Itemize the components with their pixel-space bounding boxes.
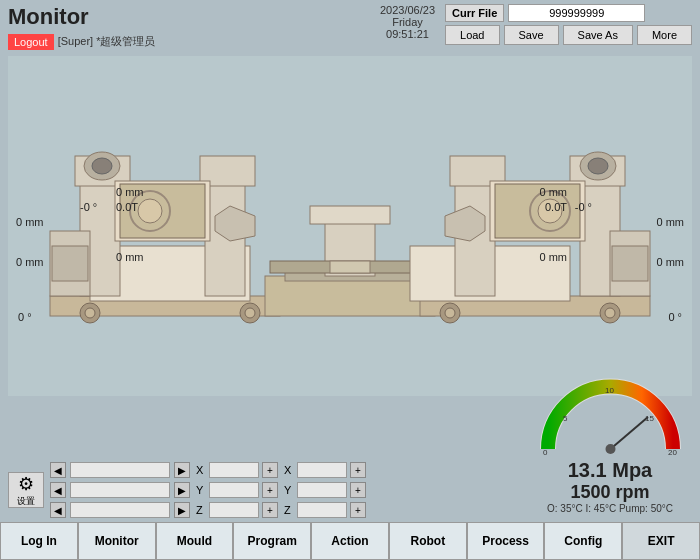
slider-row-1: ◀ ▶ bbox=[50, 462, 190, 478]
slider1-right-btn[interactable]: ▶ bbox=[174, 462, 190, 478]
xyz-controls-2: X + Y + Z + bbox=[284, 462, 366, 518]
machine-visualization: 0 mm -0 ° 0 mm 0.0T 0 mm 0 mm 0 ° 0 mm -… bbox=[8, 56, 692, 396]
curr-file-row: Curr File 999999999 bbox=[445, 4, 692, 22]
top-right-angle: -0 ° bbox=[575, 201, 592, 213]
svg-rect-44 bbox=[612, 246, 648, 281]
monitor-nav-button[interactable]: Monitor bbox=[78, 522, 156, 560]
slider2-left-btn[interactable]: ◀ bbox=[50, 482, 66, 498]
left-inner3: 0 mm bbox=[116, 251, 144, 263]
svg-point-40 bbox=[445, 308, 455, 318]
save-button[interactable]: Save bbox=[504, 25, 559, 45]
svg-text:0: 0 bbox=[543, 448, 548, 457]
slider2-right-btn[interactable]: ▶ bbox=[174, 482, 190, 498]
top-left-angle: -0 ° bbox=[80, 201, 97, 213]
slider-row-2: ◀ ▶ bbox=[50, 482, 190, 498]
z1-plus-btn[interactable]: + bbox=[262, 502, 278, 518]
day-display: Friday bbox=[380, 16, 435, 28]
y2-field[interactable] bbox=[297, 482, 347, 498]
slider2-track[interactable] bbox=[70, 482, 170, 498]
x2-label: X bbox=[284, 464, 294, 476]
program-nav-button[interactable]: Program bbox=[233, 522, 311, 560]
svg-point-17 bbox=[245, 308, 255, 318]
xyz2-z-row: Z + bbox=[284, 502, 366, 518]
slider3-left-btn[interactable]: ◀ bbox=[50, 502, 66, 518]
right-x-label: 0 mm bbox=[657, 216, 685, 228]
app-title: Monitor bbox=[8, 4, 380, 30]
x2-plus-btn[interactable]: + bbox=[350, 462, 366, 478]
title-area: Monitor Logout [Super] *超级管理员 bbox=[8, 4, 380, 50]
time-display: 09:51:21 bbox=[380, 28, 435, 40]
file-buttons: Load Save Save As More bbox=[445, 25, 692, 45]
y2-plus-btn[interactable]: + bbox=[350, 482, 366, 498]
machine-area: 0 mm -0 ° 0 mm 0.0T 0 mm 0 mm 0 ° 0 mm -… bbox=[8, 56, 692, 396]
svg-point-33 bbox=[588, 158, 608, 174]
action-nav-button[interactable]: Action bbox=[311, 522, 389, 560]
xyz2-x-row: X + bbox=[284, 462, 366, 478]
config-nav-button[interactable]: Config bbox=[544, 522, 622, 560]
user-info: [Super] *超级管理员 bbox=[58, 34, 156, 49]
right-angle: 0 ° bbox=[668, 311, 682, 323]
left-inner2: 0.0T bbox=[116, 201, 138, 213]
slider3-track[interactable] bbox=[70, 502, 170, 518]
right-bottom: 0 mm bbox=[657, 256, 685, 268]
login-button[interactable]: Log In bbox=[0, 522, 78, 560]
gauge-temps: O: 35°C I: 45°C Pump: 50°C bbox=[530, 503, 690, 514]
z2-plus-btn[interactable]: + bbox=[350, 502, 366, 518]
bottom-controls: ⚙ 设置 ◀ ▶ ◀ ▶ ◀ ▶ X + Y + bbox=[8, 462, 525, 518]
slider1-left-btn[interactable]: ◀ bbox=[50, 462, 66, 478]
datetime-area: 2023/06/23 Friday 09:51:21 bbox=[380, 4, 435, 40]
settings-button[interactable]: ⚙ 设置 bbox=[8, 472, 44, 508]
svg-text:20: 20 bbox=[668, 448, 677, 457]
x1-field[interactable] bbox=[209, 462, 259, 478]
right-inner2: 0.0T bbox=[545, 201, 567, 213]
gauge-reading: 13.1 Mpa bbox=[530, 459, 690, 482]
z2-field[interactable] bbox=[297, 502, 347, 518]
left-inner1: 0 mm bbox=[116, 186, 144, 198]
load-button[interactable]: Load bbox=[445, 25, 499, 45]
right-inner3: 0 mm bbox=[540, 251, 568, 263]
svg-rect-19 bbox=[52, 246, 88, 281]
mould-nav-button[interactable]: Mould bbox=[156, 522, 234, 560]
gauge-area: 0 5 10 15 20 13.1 Mpa 1500 rpm O: 35°C I… bbox=[530, 369, 690, 514]
slider1-track[interactable] bbox=[70, 462, 170, 478]
curr-file-value: 999999999 bbox=[508, 4, 645, 22]
date-display: 2023/06/23 bbox=[380, 4, 435, 16]
curr-file-label: Curr File bbox=[445, 4, 504, 22]
exit-nav-button[interactable]: EXIT bbox=[622, 522, 700, 560]
gauge-rpm: 1500 rpm bbox=[530, 482, 690, 503]
robot-nav-button[interactable]: Robot bbox=[389, 522, 467, 560]
xyz2-y-row: Y + bbox=[284, 482, 366, 498]
svg-rect-23 bbox=[310, 206, 390, 224]
svg-rect-25 bbox=[330, 261, 370, 273]
y1-plus-btn[interactable]: + bbox=[262, 482, 278, 498]
x1-label: X bbox=[196, 464, 206, 476]
svg-text:15: 15 bbox=[645, 414, 654, 423]
slider3-right-btn[interactable]: ▶ bbox=[174, 502, 190, 518]
left-x-label: 0 mm bbox=[16, 216, 44, 228]
slider-controls: ◀ ▶ ◀ ▶ ◀ ▶ bbox=[50, 462, 190, 518]
x1-plus-btn[interactable]: + bbox=[262, 462, 278, 478]
x2-field[interactable] bbox=[297, 462, 347, 478]
save-as-button[interactable]: Save As bbox=[563, 25, 633, 45]
svg-point-47 bbox=[605, 444, 615, 454]
z1-field[interactable] bbox=[209, 502, 259, 518]
slider-row-3: ◀ ▶ bbox=[50, 502, 190, 518]
y1-field[interactable] bbox=[209, 482, 259, 498]
xyz1-x-row: X + bbox=[196, 462, 278, 478]
y2-label: Y bbox=[284, 484, 294, 496]
left-bottom: 0 mm bbox=[16, 256, 44, 268]
left-angle: 0 ° bbox=[18, 311, 32, 323]
bottom-nav: Log In Monitor Mould Program Action Robo… bbox=[0, 522, 700, 560]
more-button[interactable]: More bbox=[637, 25, 692, 45]
process-nav-button[interactable]: Process bbox=[467, 522, 545, 560]
svg-text:5: 5 bbox=[563, 414, 568, 423]
xyz-controls-1: X + Y + Z + bbox=[196, 462, 278, 518]
svg-text:10: 10 bbox=[605, 386, 614, 395]
header: Monitor Logout [Super] *超级管理员 2023/06/23… bbox=[0, 0, 700, 56]
machine-svg bbox=[30, 76, 670, 376]
svg-point-42 bbox=[605, 308, 615, 318]
logout-button[interactable]: Logout bbox=[8, 34, 54, 50]
svg-point-15 bbox=[85, 308, 95, 318]
xyz1-z-row: Z + bbox=[196, 502, 278, 518]
svg-point-8 bbox=[92, 158, 112, 174]
